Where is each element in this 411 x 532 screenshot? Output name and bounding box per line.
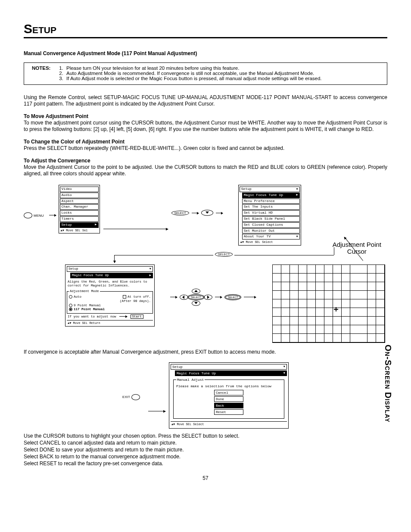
closing-line: Select RESET to recall the factory pre-s… (24, 460, 387, 467)
osd-manual-adjust-dialog: Setup▼ Magic Focus Tune Up▼ Manual Adjus… (169, 362, 289, 429)
notes-box: NOTES: Please turn ON your television fo… (24, 62, 387, 85)
grid-cell (342, 265, 350, 274)
grid-cell (281, 299, 290, 308)
grid-cell (290, 325, 299, 334)
grid-cell (273, 317, 281, 325)
page-title: Setup (24, 22, 387, 36)
grid-cell (359, 282, 367, 291)
opt-9point: 9 Point Manual (69, 304, 151, 308)
grid-cell (299, 308, 307, 317)
convergence-grid: Adjustment PointCursor // cells injected… (272, 264, 385, 343)
grid-cell (324, 291, 333, 299)
grid-cell (307, 274, 316, 282)
grid-cell (281, 308, 290, 317)
grid-cell (333, 291, 342, 299)
grid-cell (316, 274, 324, 282)
grid-cell (273, 308, 281, 317)
grid-cell (350, 308, 359, 317)
osd-item-setup: Setup▶ (60, 222, 99, 228)
grid-cell (290, 274, 299, 282)
grid-cell (324, 308, 333, 317)
grid-cell (333, 265, 342, 274)
grid-cell (376, 265, 385, 274)
adjust-section: To Adjust the Convergence Move the Adjus… (24, 158, 387, 177)
grid-cell (333, 334, 342, 342)
intro-paragraph: Using the Remote Control, select SETUP-M… (24, 94, 387, 107)
grid-cell (342, 308, 350, 317)
grid-cell (290, 265, 299, 274)
arrow-icon (148, 411, 165, 411)
grid-cell (307, 265, 316, 274)
grid-cell (299, 334, 307, 342)
grid-cell (376, 325, 385, 334)
closing-line: Select DONE to save your adjustments and… (24, 447, 387, 453)
note-item: Auto Adjustment Mode is recommended. If … (65, 71, 322, 76)
grid-cell (307, 282, 316, 291)
grid-cell (367, 265, 376, 274)
osd-item-black-side: Set Black Side Panel (242, 216, 300, 222)
grid-cell (342, 299, 350, 308)
osd-item-monitor-out: Set Monitor Out (242, 228, 300, 234)
arrow-icon (216, 213, 223, 213)
select-button: SELECT (171, 211, 189, 215)
grid-cell (350, 317, 359, 325)
grid-cell (342, 274, 350, 282)
osd-item-chan-manager: Chan. Manager (60, 204, 99, 210)
left-button-icon (180, 295, 188, 300)
adjust-heading: To Adjust the Convergence (24, 158, 90, 164)
grid-cell (324, 265, 333, 274)
grid-cell (281, 265, 290, 274)
grid-cell (307, 308, 316, 317)
grid-cell (281, 325, 290, 334)
grid-cell (299, 299, 307, 308)
menu-text: MENU (34, 214, 44, 218)
grid-cell (316, 317, 324, 325)
grid-cell (290, 308, 299, 317)
color-section: To Change the Color of Adjustment Point … (24, 139, 387, 152)
manual-adjust-fieldset: Manual Adjust Please make a selection fr… (173, 378, 284, 419)
osd-detail-sub: Magic Focus Tune Up▶ (70, 273, 153, 278)
cursor-cross-icon: SELECT (180, 289, 212, 306)
grid-cell (281, 317, 290, 325)
note-item: If Auto Adjust mode is selected or the M… (65, 76, 322, 81)
grid-cell (376, 274, 385, 282)
cancel-button: Cancel (214, 390, 243, 395)
grid-cell (316, 308, 324, 317)
grid-cell (342, 282, 350, 291)
grid-cell (367, 308, 376, 317)
reset-button: Reset (214, 409, 243, 415)
osd-main-menu: Video Audio Aspect Chan. Manager Locks T… (59, 185, 100, 233)
grid-cell (342, 325, 350, 334)
grid-cell (324, 325, 333, 334)
grid-cell (333, 299, 342, 308)
notes-label: NOTES: (32, 65, 57, 81)
grid-cell (307, 317, 316, 325)
grid-cell (376, 334, 385, 342)
osd-setup-title: Setup▼ (240, 187, 300, 192)
after-adjust-paragraph: If convergence is acceptable after Manua… (24, 349, 387, 355)
osd-item-aspect: Aspect (60, 199, 99, 204)
select-button: SELECT (224, 294, 241, 300)
grid-cell (359, 308, 367, 317)
osd-item-set-inputs: Set The Inputs (242, 204, 300, 210)
osd-detail-desc: Aligns the Red, Green, and Blue colors t… (68, 280, 152, 288)
note-item: Please turn ON your television for at le… (65, 65, 322, 71)
grid-cell (342, 291, 350, 299)
grid-cell (367, 317, 376, 325)
grid-cell (359, 265, 367, 274)
grid-cell (350, 282, 359, 291)
grid-cell (367, 334, 376, 342)
grid-cell (350, 265, 359, 274)
grid-cell (342, 334, 350, 342)
grid-cell (333, 325, 342, 334)
grid-cell (324, 334, 333, 342)
grid-cell (299, 282, 307, 291)
grid-cell (376, 308, 385, 317)
grid-cell (290, 282, 299, 291)
move-heading: To Move Adjustment Point (24, 113, 88, 119)
grid-cell (281, 291, 290, 299)
color-body: Press the SELECT button repeatedly (WHIT… (24, 145, 284, 151)
osd-item-locks: Locks (60, 210, 99, 216)
osd-exit-title: Setup▼ (171, 364, 287, 370)
grid-cell (281, 334, 290, 342)
